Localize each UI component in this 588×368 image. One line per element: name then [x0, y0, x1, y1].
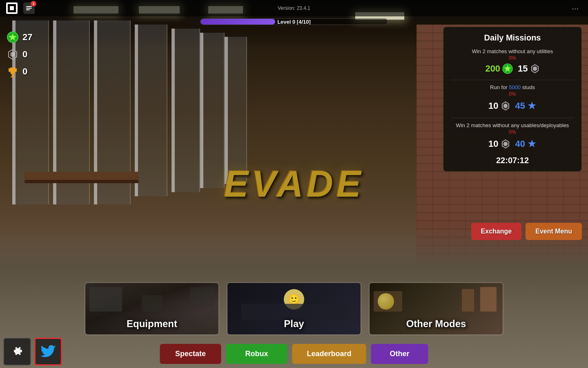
mission-2-reward-hex: 10	[488, 101, 510, 111]
twitter-icon	[40, 345, 56, 358]
trophy-value: 0	[22, 66, 27, 77]
play-card[interactable]: 🙂 Play	[227, 282, 361, 335]
xp-bar-fill	[200, 19, 275, 25]
bottom-actions: Spectate Robux Leaderboard Other	[160, 344, 428, 364]
svg-marker-14	[533, 66, 537, 71]
svg-marker-16	[503, 103, 508, 108]
svg-rect-9	[12, 75, 13, 76]
other-button[interactable]: Other	[371, 344, 428, 364]
stars-icon	[6, 31, 19, 44]
action-buttons: Exchange Event Menu	[471, 223, 582, 240]
mission-3-progress: 0%	[451, 129, 574, 135]
mission-1: Win 2 matches without any utilities 0% 2…	[451, 48, 574, 74]
mission-1-progress: 0%	[451, 55, 574, 61]
settings-button[interactable]	[3, 338, 31, 366]
svg-marker-8	[11, 52, 15, 57]
other-modes-card[interactable]: Other Modes	[369, 282, 503, 335]
daily-missions-title: Daily Missions	[451, 33, 574, 43]
mission-divider-1	[451, 80, 574, 80]
twitter-button[interactable]	[34, 338, 62, 366]
hex-reward-icon	[530, 64, 540, 74]
equipment-card-label: Equipment	[85, 318, 218, 330]
main-menu: Equipment 🙂 Play Other Modes	[69, 282, 519, 335]
exchange-button[interactable]: Exchange	[471, 223, 522, 240]
hex-icon	[6, 48, 19, 61]
blue-star-icon-3: ★	[527, 137, 537, 150]
stars-value: 27	[22, 32, 32, 43]
svg-marker-18	[503, 141, 508, 146]
notification-button[interactable]: 1	[23, 2, 35, 14]
mission-3-hex-value: 10	[488, 139, 498, 149]
mission-2-rewards: 10 45 ★	[451, 99, 574, 112]
hex-reward-icon-3	[501, 139, 510, 149]
svg-rect-10	[11, 76, 15, 77]
play-card-label: Play	[227, 318, 361, 330]
mission-2-progress: 0%	[451, 91, 574, 97]
mission-3-star-value: 40	[515, 139, 525, 149]
leaderboard-button[interactable]: Leaderboard	[292, 344, 366, 364]
version-text: Version: 23.4.1	[278, 5, 310, 11]
other-modes-card-label: Other Modes	[370, 318, 503, 330]
green-star-reward-icon	[502, 63, 513, 74]
mission-1-stars-value: 200	[485, 63, 500, 74]
blue-star-icon-2: ★	[527, 99, 537, 112]
xp-area: Level 0 [4/10]	[0, 16, 588, 25]
gear-icon	[10, 344, 24, 359]
robux-button[interactable]: Robux	[226, 344, 287, 364]
hex-value: 0	[22, 49, 27, 60]
svg-rect-3	[26, 8, 32, 9]
top-bar: 1 Version: 23.4.1 ···	[0, 0, 588, 16]
mission-1-hex-value: 15	[518, 63, 528, 74]
svg-rect-2	[26, 6, 32, 7]
hex-reward-icon-2	[501, 101, 510, 111]
mission-1-reward-stars: 200	[485, 63, 513, 74]
mission-1-text: Win 2 matches without any utilities	[451, 48, 574, 54]
xp-label: Level 0 [4/10]	[277, 19, 311, 25]
equipment-card[interactable]: Equipment	[85, 282, 219, 335]
stars-stat-row: 27	[6, 31, 32, 44]
mission-1-rewards: 200 15	[451, 63, 574, 74]
svg-rect-4	[26, 9, 30, 10]
left-stats: 27 0 0	[6, 31, 32, 78]
mission-2-star-value: 45	[515, 101, 525, 111]
notification-badge: 1	[31, 1, 36, 7]
mission-3: Win 2 matches without any usables/deploy…	[451, 122, 574, 150]
mission-2-reward-star: 45 ★	[515, 99, 537, 112]
bench	[24, 172, 139, 180]
mission-2: Run for 5000 studs 0% 10 45 ★	[451, 84, 574, 112]
trophy-stat-row: 0	[6, 65, 32, 78]
roblox-logo	[6, 2, 18, 14]
mission-divider-2	[451, 118, 574, 118]
svg-rect-1	[10, 6, 14, 10]
daily-missions-panel: Daily Missions Win 2 matches without any…	[443, 27, 582, 172]
mission-3-reward-hex: 10	[488, 139, 510, 149]
xp-bar-container: Level 0 [4/10]	[200, 18, 388, 25]
mission-3-rewards: 10 40 ★	[451, 137, 574, 150]
hex-stat-row: 0	[6, 48, 32, 61]
bench-leg	[24, 180, 139, 183]
more-button[interactable]: ···	[568, 2, 582, 15]
trophy-icon	[6, 65, 19, 78]
mission-2-text: Run for 5000 studs	[451, 84, 574, 90]
daily-missions-timer: 22:07:12	[451, 156, 574, 165]
event-menu-button[interactable]: Event Menu	[526, 223, 582, 240]
top-left-icons: 1	[6, 2, 35, 14]
mission-3-reward-star: 40 ★	[515, 137, 537, 150]
glass-panels	[12, 20, 257, 245]
mission-3-text: Win 2 matches without any usables/deploy…	[451, 122, 574, 128]
mission-1-reward-hex: 15	[518, 63, 539, 74]
spectate-button[interactable]: Spectate	[160, 344, 221, 364]
mission-2-hex-value: 10	[488, 101, 498, 111]
